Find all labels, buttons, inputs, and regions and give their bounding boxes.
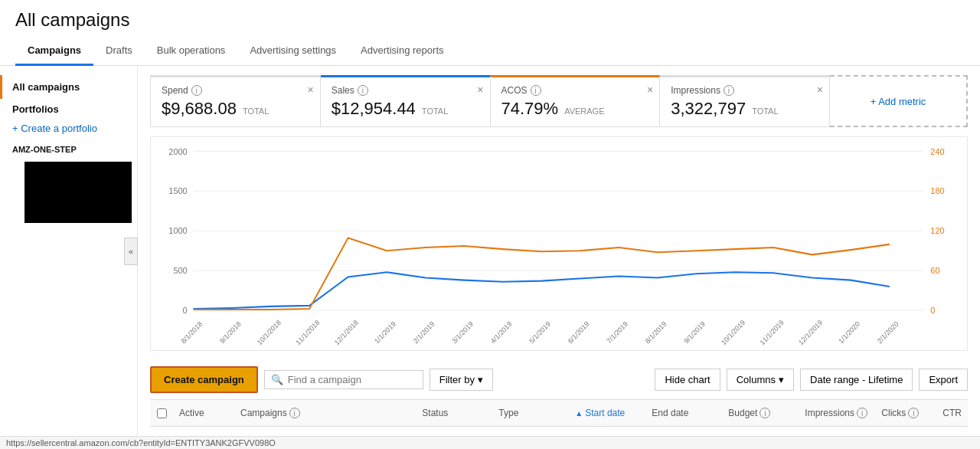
page-wrapper: All campaigns Campaigns Drafts Bulk oper… [0,0,980,449]
svg-text:1500: 1500 [168,186,187,195]
svg-text:2/1/2020: 2/1/2020 [876,320,900,346]
metric-label-sales: Sales i [332,85,479,96]
create-campaign-button[interactable]: Create campaign [150,366,258,393]
sort-arrow-start-date: ▲ [575,409,583,418]
svg-text:2/1/2019: 2/1/2019 [412,320,436,346]
tab-bulk-operations[interactable]: Bulk operations [145,37,238,66]
sidebar-item-all-campaigns[interactable]: All campaigns [0,75,137,99]
th-status: Status [416,405,492,421]
svg-text:9/1/2018: 9/1/2018 [218,320,242,346]
hide-chart-button[interactable]: Hide chart [655,369,720,391]
metric-sub-acos: AVERAGE [564,107,604,116]
metric-close-impressions[interactable]: × [817,84,823,96]
th-clicks: Clicks i [875,405,936,421]
tabs-bar: Campaigns Drafts Bulk operations Adverti… [0,37,980,66]
metric-close-spend[interactable]: × [308,84,314,96]
add-metric-button[interactable]: + Add metric [830,75,968,127]
metric-value-acos: 74.79% [501,99,559,119]
table-header: Active Campaigns i Status Type ▲ Start d… [150,399,968,427]
th-end-date: End date [645,405,722,421]
sidebar-brand-label: AMZ-ONE-STEP [12,145,125,154]
metric-info-impressions[interactable]: i [724,85,734,96]
chevron-down-icon: ▾ [478,374,483,385]
th-budget-info[interactable]: i [760,408,770,418]
th-clicks-info[interactable]: i [908,408,919,418]
svg-text:500: 500 [173,266,187,275]
metric-value-spend: $9,688.08 [162,99,237,119]
metric-value-sales: $12,954.44 [332,99,416,119]
svg-text:7/1/2019: 7/1/2019 [605,320,629,346]
export-button[interactable]: Export [919,369,968,391]
svg-text:1/1/2019: 1/1/2019 [373,320,397,346]
columns-button[interactable]: Columns ▾ [727,369,794,391]
th-budget: Budget i [722,405,799,421]
svg-text:0: 0 [183,306,188,315]
svg-text:2000: 2000 [168,146,187,156]
sidebar-section-portfolios: Portfolios [0,99,137,120]
th-campaigns-info[interactable]: i [289,408,300,418]
metric-label-impressions: Impressions i [671,85,818,96]
metric-info-sales[interactable]: i [358,85,368,96]
svg-text:8/1/2019: 8/1/2019 [644,320,668,346]
svg-text:11/1/2019: 11/1/2019 [759,319,786,347]
metric-info-spend[interactable]: i [191,85,202,96]
metric-card-impressions: Impressions i 3,322,797 TOTAL × [660,75,830,127]
filter-by-button[interactable]: Filter by ▾ [430,369,493,391]
svg-text:3/1/2019: 3/1/2019 [450,320,474,346]
th-checkbox [150,408,173,418]
columns-chevron-icon: ▾ [779,374,784,385]
th-start-date[interactable]: ▲ Start date [569,405,645,421]
svg-text:12/1/2018: 12/1/2018 [333,319,360,347]
svg-text:8/1/2018: 8/1/2018 [180,320,204,346]
svg-text:4/1/2019: 4/1/2019 [489,320,513,346]
sidebar-collapse-btn[interactable]: « [124,238,138,265]
th-campaigns: Campaigns i [234,405,416,421]
svg-text:240: 240 [930,146,944,156]
metric-sub-impressions: TOTAL [752,107,778,116]
chart-container: 2000 1500 1000 500 0 240 180 120 60 0 [150,136,968,351]
svg-text:10/1/2018: 10/1/2018 [256,319,283,347]
svg-text:11/1/2018: 11/1/2018 [295,319,322,347]
svg-text:0: 0 [930,306,935,315]
metric-sub-sales: TOTAL [422,107,448,116]
th-active: Active [173,405,234,421]
sidebar: All campaigns Portfolios + Create a port… [0,66,138,436]
status-bar: https://sellercentral.amazon.com/cb?enti… [0,436,980,449]
metric-value-impressions: 3,322,797 [671,99,746,119]
metric-label-acos: ACOS i [501,85,649,96]
svg-text:9/1/2019: 9/1/2019 [683,320,707,346]
th-impressions: Impressions i [799,405,875,421]
metric-card-sales: Sales i $12,954.44 TOTAL × [321,75,491,127]
search-icon: 🔍 [271,374,283,385]
sidebar-brand-image [24,162,132,223]
metric-info-acos[interactable]: i [531,85,541,96]
svg-text:60: 60 [930,266,939,275]
svg-text:5/1/2019: 5/1/2019 [528,320,551,346]
select-all-checkbox[interactable] [157,408,167,418]
svg-text:120: 120 [930,226,944,235]
tab-advertising-settings[interactable]: Advertising settings [237,37,348,66]
th-impressions-info[interactable]: i [857,408,867,418]
search-input[interactable] [288,374,416,385]
chart-svg: 2000 1500 1000 500 0 240 180 120 60 0 [157,143,961,350]
svg-text:10/1/2019: 10/1/2019 [720,319,746,347]
sidebar-create-portfolio[interactable]: + Create a portfolio [0,120,137,137]
tab-campaigns[interactable]: Campaigns [15,37,93,66]
page-title: All campaigns [15,9,965,31]
metric-close-sales[interactable]: × [477,84,483,96]
svg-text:180: 180 [930,186,944,195]
svg-text:6/1/2019: 6/1/2019 [567,320,590,346]
svg-text:12/1/2019: 12/1/2019 [797,319,824,347]
metric-card-spend: Spend i $9,688.08 TOTAL × [150,75,321,127]
tab-drafts[interactable]: Drafts [93,37,145,66]
main-content: All campaigns Portfolios + Create a port… [0,66,980,436]
metric-sub-spend: TOTAL [243,107,269,116]
th-type: Type [492,405,569,421]
tab-advertising-reports[interactable]: Advertising reports [348,37,456,66]
bottom-toolbar: Create campaign 🔍 Filter by ▾ Hide chart… [150,360,968,399]
metric-close-acos[interactable]: × [647,84,653,96]
metric-label-spend: Spend i [162,85,309,96]
date-range-button[interactable]: Date range - Lifetime [800,369,913,391]
page-header: All campaigns [0,0,980,37]
content-area: Spend i $9,688.08 TOTAL × Sales i [138,66,980,436]
